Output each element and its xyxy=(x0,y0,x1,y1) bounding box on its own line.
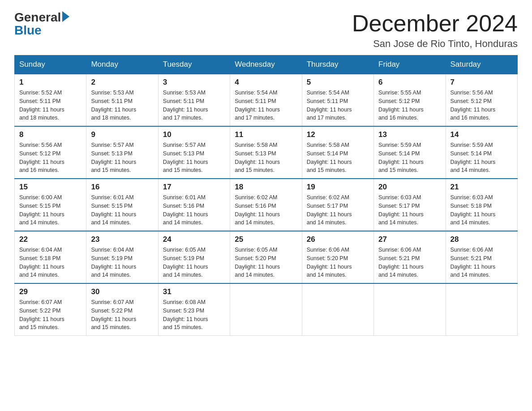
day-number: 21 xyxy=(450,183,513,192)
logo-blue: Blue xyxy=(14,24,42,38)
day-number: 1 xyxy=(19,78,82,87)
table-row xyxy=(374,283,446,336)
day-info: Sunrise: 5:59 AMSunset: 5:14 PMDaylight:… xyxy=(450,141,513,175)
day-number: 18 xyxy=(235,183,297,192)
day-info: Sunrise: 5:57 AMSunset: 5:13 PMDaylight:… xyxy=(91,141,153,175)
header-thursday: Thursday xyxy=(302,56,373,74)
day-info: Sunrise: 5:55 AMSunset: 5:12 PMDaylight:… xyxy=(378,89,441,122)
table-row: 10Sunrise: 5:57 AMSunset: 5:13 PMDayligh… xyxy=(158,126,230,179)
header-saturday: Saturday xyxy=(446,56,517,74)
location-title: San Jose de Rio Tinto, Honduras xyxy=(352,38,518,50)
table-row: 28Sunrise: 6:06 AMSunset: 5:21 PMDayligh… xyxy=(446,231,517,283)
table-row: 9Sunrise: 5:57 AMSunset: 5:13 PMDaylight… xyxy=(86,126,158,179)
day-info: Sunrise: 6:08 AMSunset: 5:23 PMDaylight:… xyxy=(163,298,225,332)
day-info: Sunrise: 5:54 AMSunset: 5:11 PMDaylight:… xyxy=(235,89,297,122)
day-number: 5 xyxy=(307,78,369,87)
day-number: 29 xyxy=(19,287,82,296)
day-info: Sunrise: 5:53 AMSunset: 5:11 PMDaylight:… xyxy=(91,89,153,122)
table-row: 22Sunrise: 6:04 AMSunset: 5:18 PMDayligh… xyxy=(15,231,86,283)
calendar-week-row: 15Sunrise: 6:00 AMSunset: 5:15 PMDayligh… xyxy=(15,179,518,231)
day-info: Sunrise: 6:03 AMSunset: 5:18 PMDaylight:… xyxy=(450,193,513,227)
table-row: 25Sunrise: 6:05 AMSunset: 5:20 PMDayligh… xyxy=(230,231,302,283)
day-info: Sunrise: 5:58 AMSunset: 5:13 PMDaylight:… xyxy=(235,141,297,175)
table-row: 20Sunrise: 6:03 AMSunset: 5:17 PMDayligh… xyxy=(374,179,446,231)
day-info: Sunrise: 5:56 AMSunset: 5:12 PMDaylight:… xyxy=(19,141,82,175)
day-number: 10 xyxy=(163,130,225,139)
day-info: Sunrise: 5:58 AMSunset: 5:14 PMDaylight:… xyxy=(307,141,369,175)
header-friday: Friday xyxy=(374,56,446,74)
day-number: 24 xyxy=(163,235,225,244)
day-number: 25 xyxy=(235,235,297,244)
day-number: 7 xyxy=(450,78,513,87)
day-number: 3 xyxy=(163,78,225,87)
table-row: 15Sunrise: 6:00 AMSunset: 5:15 PMDayligh… xyxy=(15,179,86,231)
day-number: 8 xyxy=(19,130,82,139)
day-info: Sunrise: 6:00 AMSunset: 5:15 PMDaylight:… xyxy=(19,193,82,227)
table-row: 29Sunrise: 6:07 AMSunset: 5:22 PMDayligh… xyxy=(15,283,86,336)
table-row: 14Sunrise: 5:59 AMSunset: 5:14 PMDayligh… xyxy=(446,126,517,179)
day-info: Sunrise: 5:57 AMSunset: 5:13 PMDaylight:… xyxy=(163,141,225,175)
table-row: 12Sunrise: 5:58 AMSunset: 5:14 PMDayligh… xyxy=(302,126,373,179)
day-info: Sunrise: 6:05 AMSunset: 5:20 PMDaylight:… xyxy=(235,246,297,279)
day-number: 15 xyxy=(19,183,82,192)
header-tuesday: Tuesday xyxy=(158,56,230,74)
table-row xyxy=(446,283,517,336)
table-row: 24Sunrise: 6:05 AMSunset: 5:19 PMDayligh… xyxy=(158,231,230,283)
day-number: 26 xyxy=(307,235,369,244)
calendar-header-row: Sunday Monday Tuesday Wednesday Thursday… xyxy=(15,56,518,74)
day-info: Sunrise: 5:52 AMSunset: 5:11 PMDaylight:… xyxy=(19,89,82,122)
calendar-week-row: 8Sunrise: 5:56 AMSunset: 5:12 PMDaylight… xyxy=(15,126,518,179)
header-sunday: Sunday xyxy=(15,56,86,74)
day-number: 11 xyxy=(235,130,297,139)
table-row xyxy=(302,283,373,336)
table-row xyxy=(230,283,302,336)
day-number: 31 xyxy=(163,287,225,296)
table-row: 30Sunrise: 6:07 AMSunset: 5:22 PMDayligh… xyxy=(86,283,158,336)
logo: General Blue xyxy=(14,11,69,38)
day-info: Sunrise: 6:04 AMSunset: 5:18 PMDaylight:… xyxy=(19,246,82,279)
logo-arrow-icon xyxy=(62,11,69,22)
day-number: 19 xyxy=(307,183,369,192)
table-row: 3Sunrise: 5:53 AMSunset: 5:11 PMDaylight… xyxy=(158,74,230,126)
day-number: 9 xyxy=(91,130,153,139)
day-info: Sunrise: 6:01 AMSunset: 5:15 PMDaylight:… xyxy=(91,193,153,227)
day-number: 23 xyxy=(91,235,153,244)
day-info: Sunrise: 6:06 AMSunset: 5:21 PMDaylight:… xyxy=(450,246,513,279)
day-info: Sunrise: 6:02 AMSunset: 5:17 PMDaylight:… xyxy=(307,193,369,227)
table-row: 11Sunrise: 5:58 AMSunset: 5:13 PMDayligh… xyxy=(230,126,302,179)
day-info: Sunrise: 6:03 AMSunset: 5:17 PMDaylight:… xyxy=(378,193,441,227)
table-row: 31Sunrise: 6:08 AMSunset: 5:23 PMDayligh… xyxy=(158,283,230,336)
day-info: Sunrise: 5:56 AMSunset: 5:12 PMDaylight:… xyxy=(450,89,513,122)
title-area: December 2024 San Jose de Rio Tinto, Hon… xyxy=(352,11,518,50)
day-info: Sunrise: 6:06 AMSunset: 5:21 PMDaylight:… xyxy=(378,246,441,279)
table-row: 18Sunrise: 6:02 AMSunset: 5:16 PMDayligh… xyxy=(230,179,302,231)
table-row: 8Sunrise: 5:56 AMSunset: 5:12 PMDaylight… xyxy=(15,126,86,179)
day-info: Sunrise: 6:02 AMSunset: 5:16 PMDaylight:… xyxy=(235,193,297,227)
table-row: 26Sunrise: 6:06 AMSunset: 5:20 PMDayligh… xyxy=(302,231,373,283)
day-number: 13 xyxy=(378,130,441,139)
table-row: 6Sunrise: 5:55 AMSunset: 5:12 PMDaylight… xyxy=(374,74,446,126)
header-wednesday: Wednesday xyxy=(230,56,302,74)
table-row: 1Sunrise: 5:52 AMSunset: 5:11 PMDaylight… xyxy=(15,74,86,126)
day-number: 28 xyxy=(450,235,513,244)
table-row: 19Sunrise: 6:02 AMSunset: 5:17 PMDayligh… xyxy=(302,179,373,231)
day-number: 17 xyxy=(163,183,225,192)
table-row: 23Sunrise: 6:04 AMSunset: 5:19 PMDayligh… xyxy=(86,231,158,283)
table-row: 17Sunrise: 6:01 AMSunset: 5:16 PMDayligh… xyxy=(158,179,230,231)
day-number: 30 xyxy=(91,287,153,296)
table-row: 2Sunrise: 5:53 AMSunset: 5:11 PMDaylight… xyxy=(86,74,158,126)
calendar-week-row: 1Sunrise: 5:52 AMSunset: 5:11 PMDaylight… xyxy=(15,74,518,126)
day-number: 14 xyxy=(450,130,513,139)
day-info: Sunrise: 6:01 AMSunset: 5:16 PMDaylight:… xyxy=(163,193,225,227)
day-info: Sunrise: 6:06 AMSunset: 5:20 PMDaylight:… xyxy=(307,246,369,279)
table-row: 5Sunrise: 5:54 AMSunset: 5:11 PMDaylight… xyxy=(302,74,373,126)
header-monday: Monday xyxy=(86,56,158,74)
day-number: 6 xyxy=(378,78,441,87)
calendar-week-row: 22Sunrise: 6:04 AMSunset: 5:18 PMDayligh… xyxy=(15,231,518,283)
day-number: 16 xyxy=(91,183,153,192)
logo-general: General xyxy=(14,11,61,25)
table-row: 27Sunrise: 6:06 AMSunset: 5:21 PMDayligh… xyxy=(374,231,446,283)
day-number: 22 xyxy=(19,235,82,244)
day-info: Sunrise: 6:05 AMSunset: 5:19 PMDaylight:… xyxy=(163,246,225,279)
table-row: 13Sunrise: 5:59 AMSunset: 5:14 PMDayligh… xyxy=(374,126,446,179)
